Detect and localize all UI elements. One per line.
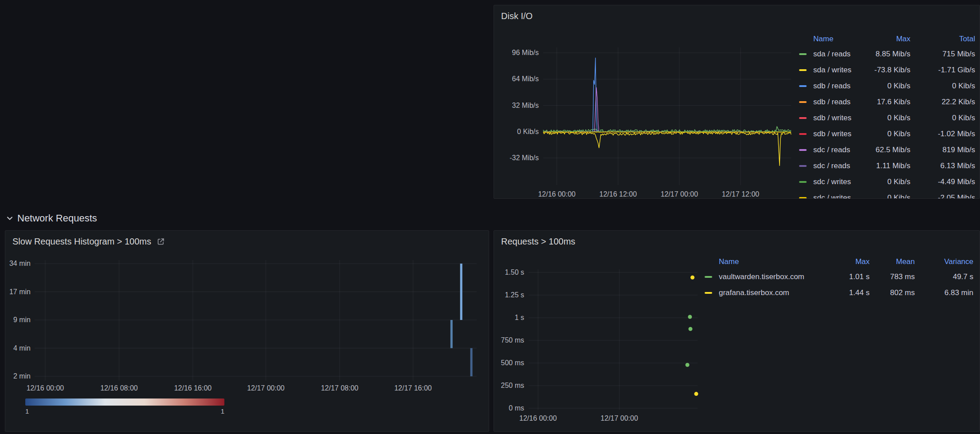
axis-tick-label: 64 Mib/s: [512, 75, 539, 83]
requests-legend: NameMaxMeanVariancevaultwarden.tiserbox.…: [705, 255, 973, 301]
legend-value-total: -1.71 Gib/s: [913, 66, 975, 75]
legend-value-total: -1.02 Mib/s: [913, 130, 975, 138]
legend-value-max: 1.01 s: [827, 272, 870, 281]
axis-tick-label: 12/16 12:00: [600, 190, 637, 198]
chevron-down-icon: [6, 215, 13, 222]
legend-value-mean: 783 ms: [872, 272, 915, 281]
legend-row[interactable]: grafana.tiserbox.com1.44 s802 ms6.83 min: [705, 285, 973, 301]
axis-tick-label: 1.25 s: [505, 291, 524, 299]
legend-row[interactable]: sdc / writes0 Kib/s-2.05 Mib/s: [799, 190, 975, 199]
legend-row[interactable]: sdb / writes0 Kib/s-1.02 Mib/s: [799, 126, 975, 142]
section-title: Network Requests: [17, 213, 97, 224]
axis-tick-label: 17 min: [9, 288, 31, 296]
axis-tick-label: 250 ms: [501, 382, 524, 389]
legend-header-name[interactable]: Name: [719, 257, 824, 266]
legend-swatch-cell: [799, 117, 811, 119]
disk-io-legend: NameMaxTotalsda / reads8.85 Mib/s715 Mib…: [799, 32, 975, 199]
series-color-swatch: [799, 85, 807, 87]
legend-header-mean[interactable]: Mean: [872, 257, 915, 266]
heatmap-color-scale: [25, 398, 224, 406]
series-color-swatch: [799, 133, 807, 135]
legend-value-total: 819 Mib/s: [913, 146, 975, 154]
legend-header-total[interactable]: Total: [913, 35, 975, 43]
panel-title: Requests > 100ms: [501, 237, 575, 247]
series-color-swatch: [799, 165, 807, 167]
data-point: [694, 392, 698, 396]
axis-tick-label: 12/17 16:00: [394, 384, 432, 392]
legend-row[interactable]: sdb / reads0 Kib/s0 Kib/s: [799, 78, 975, 94]
legend-header-max[interactable]: Max: [827, 257, 870, 266]
legend-header-row: NameMaxMeanVariance: [705, 255, 973, 269]
axis-tick-label: 12/17 08:00: [321, 384, 359, 392]
axis-tick-label: -32 Mib/s: [510, 154, 539, 162]
legend-series-name: vaultwarden.tiserbox.com: [719, 272, 824, 281]
series-color-swatch: [799, 197, 807, 199]
heatmap-cell: [451, 320, 453, 348]
legend-series-name: sdc / reads: [813, 146, 861, 154]
requests-scatter-chart[interactable]: 12/16 00:0012/17 00:001.50 s1.25 s1 s750…: [494, 231, 707, 431]
data-point: [688, 315, 692, 319]
external-link-icon[interactable]: [157, 237, 165, 246]
axis-tick-label: 1.50 s: [505, 268, 524, 276]
axis-tick-label: 500 ms: [501, 359, 524, 367]
legend-row[interactable]: vaultwarden.tiserbox.com1.01 s783 ms49.7…: [705, 269, 973, 285]
axis-tick-label: 12/17 00:00: [247, 384, 285, 392]
panel-requests: Requests > 100ms 12/16 00:0012/17 00:001…: [494, 230, 980, 432]
legend-swatch-cell: [799, 165, 811, 167]
legend-value-max: 17.6 Kib/s: [864, 98, 910, 107]
legend-swatch-cell: [705, 276, 716, 278]
scale-max-label: 1: [25, 407, 224, 415]
legend-header-name[interactable]: Name: [813, 35, 861, 43]
section-network-requests[interactable]: Network Requests: [6, 211, 97, 225]
legend-row[interactable]: sdb / reads17.6 Kib/s22.2 Kib/s: [799, 94, 975, 110]
legend-swatch-cell: [705, 292, 716, 294]
legend-series-name: sdb / writes: [813, 130, 861, 138]
series-line: [543, 132, 791, 166]
axis-tick-label: 12/17 00:00: [661, 190, 698, 198]
legend-swatch-cell: [799, 101, 811, 103]
legend-value-max: 0 Kib/s: [864, 82, 910, 91]
axis-tick-label: 12/17 12:00: [722, 190, 760, 198]
legend-header-max[interactable]: Max: [864, 35, 910, 43]
series-color-swatch: [705, 292, 712, 294]
legend-value-max: 0 Kib/s: [864, 178, 910, 186]
legend-series-name: sda / writes: [813, 66, 861, 75]
legend-value-max: 8.85 Mib/s: [864, 50, 910, 59]
legend-swatch-cell: [799, 133, 811, 135]
axis-tick-label: 12/16 00:00: [27, 384, 64, 392]
axis-tick-label: 9 min: [13, 316, 31, 324]
legend-header-variance[interactable]: Variance: [917, 257, 973, 266]
legend-value-total: -4.49 Mib/s: [913, 178, 975, 186]
legend-series-name: sda / reads: [813, 50, 861, 59]
axis-tick-label: 32 Mib/s: [512, 102, 539, 109]
legend-value-total: 0 Kib/s: [913, 114, 975, 122]
legend-row[interactable]: sda / reads8.85 Mib/s715 Mib/s: [799, 46, 975, 62]
axis-tick-label: 2 min: [13, 372, 31, 380]
data-point: [686, 363, 690, 367]
legend-row[interactable]: sdc / reads1.11 Mib/s6.13 Mib/s: [799, 158, 975, 174]
legend-value-variance: 49.7 s: [917, 272, 973, 281]
series-line: [543, 58, 791, 132]
panel-header-requests[interactable]: Requests > 100ms: [494, 231, 980, 249]
series-color-swatch: [799, 69, 807, 71]
legend-swatch-cell: [799, 69, 811, 71]
legend-row[interactable]: sda / writes-73.8 Kib/s-1.71 Gib/s: [799, 62, 975, 78]
slow-requests-heatmap[interactable]: 12/16 00:0012/16 08:0012/16 16:0012/17 0…: [5, 231, 489, 396]
series-color-swatch: [799, 149, 807, 151]
axis-tick-label: 1 s: [515, 314, 524, 321]
legend-value-total: 22.2 Kib/s: [913, 98, 975, 107]
legend-row[interactable]: sdc / reads62.5 Mib/s819 Mib/s: [799, 142, 975, 158]
panel-slow-requests-histogram: Slow Requests Histogram > 100ms 12/16 00…: [5, 230, 489, 432]
panel-header-slow-requests[interactable]: Slow Requests Histogram > 100ms: [5, 231, 489, 249]
series-color-swatch: [799, 101, 807, 103]
axis-tick-label: 96 Mib/s: [512, 49, 539, 56]
legend-row[interactable]: sdb / writes0 Kib/s0 Kib/s: [799, 110, 975, 126]
legend-value-max: 62.5 Mib/s: [864, 146, 910, 154]
legend-value-max: 1.11 Mib/s: [864, 162, 910, 170]
axis-tick-label: 12/16 00:00: [538, 190, 576, 198]
panel-header-disk-io[interactable]: Disk I/O: [494, 5, 980, 23]
axis-tick-label: 12/17 00:00: [600, 414, 638, 422]
legend-row[interactable]: sdc / writes0 Kib/s-4.49 Mib/s: [799, 174, 975, 190]
series-line: [543, 87, 791, 132]
data-point: [689, 327, 693, 331]
